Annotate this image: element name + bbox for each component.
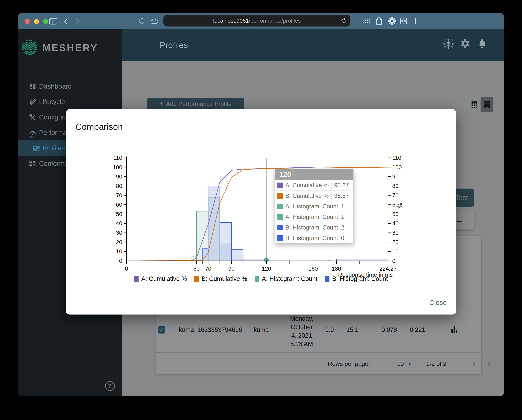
sidebar-item-label: Dashboard: [39, 82, 72, 90]
svg-text:0: 0: [119, 258, 122, 264]
svg-text:50: 50: [116, 211, 122, 217]
meshery-logo-text: MESHERY: [42, 42, 98, 53]
svg-text:160: 160: [308, 265, 318, 272]
app-header: Profiles: [122, 29, 504, 61]
reload-icon[interactable]: [340, 17, 347, 24]
sidebar-toggle-icon[interactable]: [49, 18, 57, 25]
svg-text:70: 70: [116, 192, 122, 198]
svg-text:10: 10: [116, 248, 122, 255]
help-icon[interactable]: ?: [105, 381, 115, 391]
meshery-brand[interactable]: MESHERY: [18, 29, 122, 63]
new-tab-icon[interactable]: [412, 18, 419, 24]
nav-icon: [29, 160, 36, 167]
tooltip-swatch: [277, 182, 283, 188]
screenshot-root: localhost:9081/performance/profiles: [0, 0, 522, 420]
svg-text:224.27: 224.27: [379, 265, 397, 272]
tooltip-label: A: Cumulative %: [285, 182, 331, 189]
svg-text:90: 90: [392, 173, 399, 180]
tooltip-swatch: [277, 214, 283, 220]
nav-icon: [29, 83, 36, 90]
svg-text:30: 30: [116, 230, 122, 236]
tooltip-value: 1: [338, 214, 360, 220]
chart-legend: A: Cumulative % B: Cumulative % A: Histo…: [66, 275, 456, 282]
sidebar-item-label: Profiles: [43, 144, 65, 152]
page-title: Profiles: [160, 40, 188, 50]
nav-icon: [29, 98, 36, 106]
legend-item-a-cumulative-[interactable]: A: Cumulative %: [134, 275, 187, 282]
tooltip-label: A: Histogram: Count: [285, 203, 338, 210]
address-bar[interactable]: localhost:9081/performance/profiles: [163, 15, 350, 27]
browser-window: localhost:9081/performance/profiles: [18, 13, 504, 396]
legend-item-a-histogram-count[interactable]: A: Histogram: Count: [255, 275, 317, 282]
tooltip-value: 98.67: [331, 192, 353, 199]
sidebar-item-lifecycle[interactable]: Lifecycle: [18, 94, 122, 110]
tooltip-swatch: [277, 235, 283, 241]
svg-text:70: 70: [205, 265, 211, 272]
url-path: /performance/profiles: [249, 18, 301, 24]
nav-icon: [29, 114, 36, 121]
grid-dots-icon[interactable]: [363, 18, 370, 23]
svg-text:80: 80: [392, 183, 399, 189]
sidebar-item-dashboard[interactable]: Dashboard: [18, 79, 122, 94]
cloud-icon[interactable]: [150, 18, 159, 25]
legend-swatch: [325, 276, 330, 282]
comparison-chart: 0010102020303040405050606070708080909010…: [66, 109, 456, 315]
tooltip-value: 98.67: [331, 182, 353, 189]
tooltip-label: B: Histogram: Count: [285, 224, 338, 231]
tooltip-rows: A: Cumulative % 98.67 B: Cumulative % 98…: [275, 180, 353, 243]
share-icon[interactable]: [376, 17, 383, 25]
legend-label: A: Histogram: Count: [262, 275, 317, 282]
legend-label: B: Histogram: Count: [332, 275, 388, 282]
close-window-button[interactable]: [25, 19, 30, 24]
legend-label: A: Cumulative %: [141, 275, 187, 282]
sidebar-item-label: Lifecycle: [39, 98, 65, 106]
settings-icon[interactable]: [388, 17, 396, 25]
legend-swatch: [255, 276, 259, 282]
window-controls: [25, 19, 48, 24]
tooltip-swatch: [277, 225, 283, 230]
svg-text:0: 0: [125, 265, 128, 272]
meshery-logo-icon: [21, 39, 38, 56]
legend-swatch: [134, 276, 138, 282]
svg-text:40: 40: [116, 220, 122, 226]
legend-item-b-cumulative-[interactable]: B: Cumulative %: [194, 275, 247, 282]
forward-icon[interactable]: [75, 18, 81, 25]
help-glyph: ?: [108, 382, 112, 390]
svg-text:10: 10: [392, 248, 399, 255]
tooltip-value: 2: [338, 224, 360, 231]
svg-text:50: 50: [392, 211, 399, 217]
back-icon[interactable]: [63, 18, 69, 25]
tooltip-value: 1: [338, 203, 360, 210]
notifications-bell-icon[interactable]: [477, 38, 487, 50]
svg-text:90: 90: [116, 173, 122, 180]
svg-text:180: 180: [331, 265, 341, 272]
tooltip-row-b-cumulative-: B: Cumulative % 98.67: [275, 190, 353, 201]
chart-tooltip: 120 A: Cumulative % 98.67 B: Cumulative …: [275, 169, 353, 243]
tooltip-row-a-histogram-count: A: Histogram: Count 1: [275, 201, 353, 212]
url-host: localhost:9081: [213, 18, 249, 24]
nav-icon-badge: SMP: [29, 135, 36, 138]
svg-text:80: 80: [116, 183, 122, 189]
legend-item-b-histogram-count[interactable]: B: Histogram: Count: [325, 275, 388, 282]
minimize-window-button[interactable]: [34, 19, 39, 24]
close-button[interactable]: Close: [429, 299, 447, 307]
svg-text:60: 60: [193, 265, 200, 272]
tooltip-swatch: [277, 204, 283, 209]
nav-icon: [32, 144, 40, 152]
zoom-window-button[interactable]: [43, 19, 48, 24]
legend-label: B: Cumulative %: [201, 275, 247, 282]
tab-overview-icon[interactable]: [400, 17, 407, 25]
mesh-adapter-icon[interactable]: [443, 38, 454, 50]
tooltip-swatch: [277, 193, 283, 199]
svg-text:0: 0: [392, 258, 395, 264]
tooltip-label: B: Cumulative %: [285, 192, 331, 199]
svg-text:100: 100: [392, 164, 402, 170]
settings-gear-icon[interactable]: [460, 38, 470, 49]
shield-icon[interactable]: [138, 17, 145, 25]
browser-chrome: localhost:9081/performance/profiles: [18, 13, 504, 29]
tooltip-row-b-histogram-count: B: Histogram: Count 2: [275, 222, 353, 233]
svg-text:40: 40: [392, 220, 399, 226]
svg-text:90: 90: [228, 265, 235, 272]
svg-text:100: 100: [113, 164, 122, 170]
comparison-modal: Comparison 00101020203030404050506060707…: [66, 109, 456, 315]
